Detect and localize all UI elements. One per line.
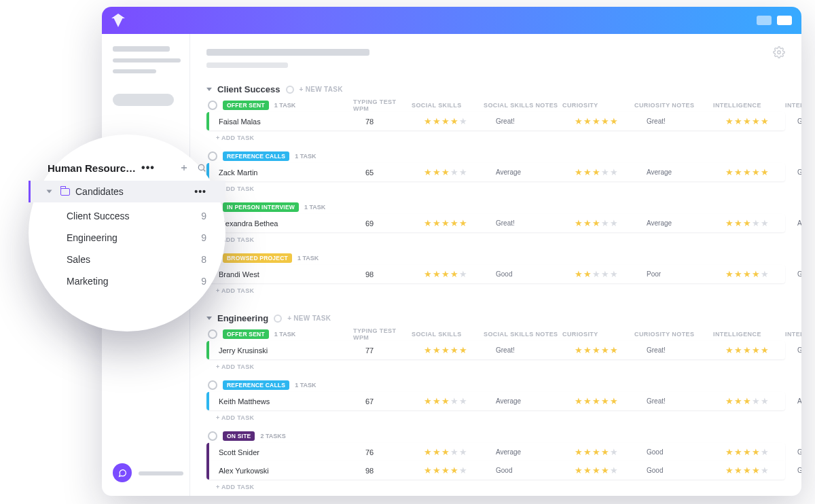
task-row[interactable]: Zack Martin 65 ★★★★★ Average ★★★★★ Avera… [206,163,785,181]
task-row[interactable]: Jerry Krusinski 77 ★★★★★ Great! ★★★★★ Gr… [206,341,785,359]
status-toggle-icon[interactable] [208,151,217,161]
sidebar-search-placeholder[interactable] [113,94,174,106]
star-rating[interactable]: ★★★★★ [575,397,642,406]
cell-intelligence[interactable]: ★★★★★ [725,270,793,278]
new-task-button[interactable]: + NEW TASK [300,86,343,93]
cell-intelligence[interactable]: ★★★★★ [725,219,793,228]
status-chip[interactable]: OFFER SENT [223,101,269,110]
cell-wpm[interactable]: 69 [365,219,420,228]
add-task-button[interactable]: + ADD TASK [206,283,785,295]
cell-social-skills[interactable]: ★★★★★ [424,117,492,126]
cell-social-skills[interactable]: ★★★★★ [424,168,492,177]
cell-social-skills[interactable]: ★★★★★ [424,448,492,456]
status-toggle-icon[interactable] [208,431,217,441]
column-header[interactable]: CURIOSITY NOTES [634,331,709,338]
star-rating[interactable]: ★★★★★ [424,346,492,355]
cell-social-skills[interactable]: ★★★★★ [424,397,492,406]
cell-social-skills[interactable]: ★★★★★ [424,346,492,355]
star-rating[interactable]: ★★★★★ [424,219,492,228]
cell-social-notes[interactable]: Great! [496,219,570,227]
cell-wpm[interactable]: 76 [365,448,420,456]
cell-intelligence-notes[interactable]: Great! [797,168,801,176]
add-task-button[interactable]: + ADD TASK [206,181,785,194]
star-rating[interactable]: ★★★★★ [575,117,642,126]
star-rating[interactable]: ★★★★★ [725,466,793,475]
add-task-button[interactable]: + ADD TASK [206,130,785,143]
task-name[interactable]: Scott Snider [219,448,361,456]
cell-curiosity-notes[interactable]: Average [647,219,721,227]
task-row[interactable]: Brandi West 98 ★★★★★ Good ★★★★★ Poor ★★★… [206,265,785,283]
star-rating[interactable]: ★★★★★ [725,346,793,355]
cell-social-notes[interactable]: Average [496,168,570,176]
add-task-button[interactable]: + ADD TASK [206,480,785,492]
column-header[interactable]: SOCIAL SKILLS NOTES [484,102,558,109]
cell-curiosity-notes[interactable]: Great! [647,346,721,354]
ellipsis-icon[interactable]: ••• [141,162,155,174]
column-header[interactable]: SOCIAL SKILLS NOTES [484,331,558,338]
task-row[interactable]: Alex Yurkowski 98 ★★★★★ Good ★★★★★ Good … [206,461,785,480]
cell-intelligence-notes[interactable]: Great! [797,118,801,125]
star-rating[interactable]: ★★★★★ [424,397,492,406]
cell-wpm[interactable]: 98 [365,467,420,475]
cell-curiosity-notes[interactable]: Average [647,168,721,176]
star-rating[interactable]: ★★★★★ [424,117,492,126]
cell-intelligence-notes[interactable]: Average [797,397,801,405]
cell-intelligence[interactable]: ★★★★★ [725,117,793,126]
star-rating[interactable]: ★★★★★ [424,168,492,177]
ellipsis-icon[interactable]: ••• [194,186,206,197]
star-rating[interactable]: ★★★★★ [725,397,793,406]
status-chip[interactable]: IN PERSON INTERVIEW [223,202,299,212]
window-pill[interactable] [777,16,792,25]
star-rating[interactable]: ★★★★★ [575,466,642,475]
column-header[interactable]: TYPING TEST WPM [353,327,408,341]
cell-intelligence[interactable]: ★★★★★ [725,346,793,355]
cell-curiosity[interactable]: ★★★★★ [575,346,642,355]
task-name[interactable]: Alexandra Bethea [219,219,361,228]
cell-social-notes[interactable]: Good [496,270,570,278]
sidebar-item[interactable]: Client Success9 [67,205,206,227]
cell-social-skills[interactable]: ★★★★★ [424,270,492,278]
cell-curiosity-notes[interactable]: Good [647,467,721,474]
chat-icon[interactable] [113,463,132,482]
cell-curiosity-notes[interactable]: Good [647,448,721,456]
column-header[interactable]: CURIOSITY [562,331,630,338]
cell-curiosity-notes[interactable]: Great! [647,118,721,125]
star-rating[interactable]: ★★★★★ [725,219,793,228]
task-name[interactable]: Keith Matthews [219,397,361,406]
cell-curiosity[interactable]: ★★★★★ [575,397,642,406]
column-header[interactable]: INTELLIGENCE [713,331,781,338]
status-toggle-icon[interactable] [208,380,217,390]
status-chip[interactable]: OFFER SENT [223,329,269,339]
gear-icon[interactable] [773,46,785,58]
cell-wpm[interactable]: 78 [365,118,420,126]
column-header[interactable]: TYPING TEST WPM [353,98,408,112]
cell-social-notes[interactable]: Good [496,467,570,474]
sidebar-item[interactable]: Marketing9 [67,270,206,292]
window-pill[interactable] [757,16,772,25]
chevron-down-icon[interactable] [206,317,212,320]
space-title[interactable]: Human Resourc… [48,162,136,174]
group-title[interactable]: Client Success [217,84,280,94]
column-header[interactable]: INTELLIGENCE [713,102,781,109]
cell-curiosity[interactable]: ★★★★★ [575,466,642,475]
cell-curiosity[interactable]: ★★★★★ [575,219,642,228]
column-header[interactable]: SOCIAL SKILLS [412,331,479,338]
cell-curiosity[interactable]: ★★★★★ [575,448,642,456]
cell-wpm[interactable]: 98 [365,270,420,278]
task-row[interactable]: Alexandra Bethea 69 ★★★★★ Great! ★★★★★ A… [206,214,785,232]
plus-icon[interactable] [179,163,189,173]
star-rating[interactable]: ★★★★★ [725,117,793,126]
star-rating[interactable]: ★★★★★ [575,346,642,355]
star-rating[interactable]: ★★★★★ [575,448,642,456]
task-row[interactable]: Scott Snider 76 ★★★★★ Average ★★★★★ Good… [206,443,785,461]
column-header[interactable]: INTELLIGENCE NOTES [785,102,801,109]
star-rating[interactable]: ★★★★★ [575,219,642,228]
cell-curiosity[interactable]: ★★★★★ [575,270,642,278]
cell-social-notes[interactable]: Great! [496,346,570,354]
star-rating[interactable]: ★★★★★ [424,466,492,475]
column-header[interactable]: INTELLIGENCE NOTES [785,331,801,338]
column-header[interactable]: CURIOSITY NOTES [634,102,709,109]
task-row[interactable]: Faisal Malas 78 ★★★★★ Great! ★★★★★ Great… [206,112,785,130]
cell-intelligence-notes[interactable]: Average [797,219,801,227]
status-toggle-icon[interactable] [208,329,217,339]
